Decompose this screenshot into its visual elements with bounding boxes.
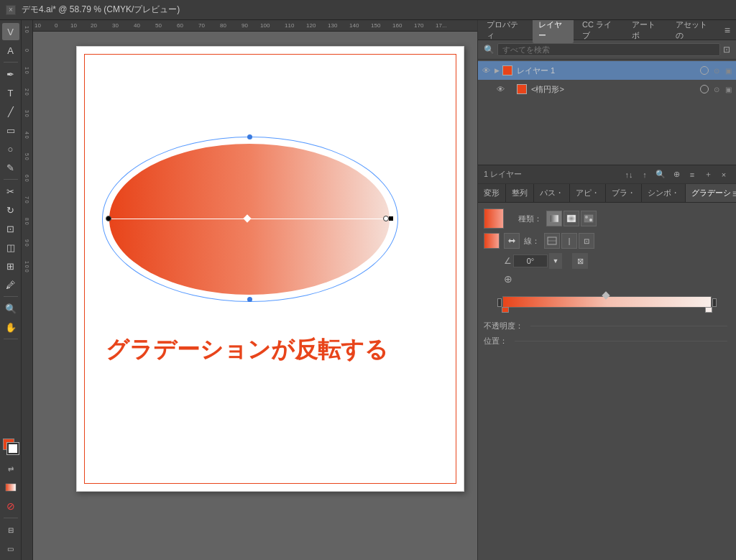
gradient-tool[interactable]: ◫ [2, 239, 19, 256]
gradient-fill-btn[interactable] [2, 479, 19, 496]
selection-handle-bottom[interactable] [247, 297, 252, 302]
layer-options-btn[interactable]: ≡ [686, 168, 699, 181]
layers-panel: 🔍 ⊡ 👁 ▶ レイヤー 1 ⊙ ▣ 👁 [478, 40, 736, 184]
delete-layer-btn[interactable]: × [717, 168, 730, 181]
bp-tab-gradient[interactable]: グラデーション [686, 184, 736, 202]
bp-tab-brush[interactable]: ブラ・ [606, 184, 642, 202]
gradient-swatch[interactable] [484, 208, 504, 229]
stroke-type-3[interactable]: ⊡ [579, 233, 594, 249]
scale-tool[interactable]: ⊡ [2, 220, 19, 237]
bp-tab-symbols[interactable]: シンボ・ [642, 184, 686, 202]
filter-icon[interactable]: ⊡ [723, 45, 730, 55]
gradient-midpoint-handle[interactable] [602, 291, 610, 299]
angle-dropdown-btn[interactable]: ▼ [549, 253, 562, 269]
layer-square-1[interactable]: ▣ [723, 65, 733, 75]
ruler-tick-v: 2 0 [23, 88, 31, 96]
angle-input[interactable] [513, 254, 548, 267]
gradient-stop-left[interactable] [502, 307, 509, 313]
ruler-tick: 30 [111, 22, 120, 29]
bp-tab-align[interactable]: 整列 [506, 184, 534, 202]
panel-tabs: プロパティ レイヤー CC ライブ アートボ アセットの ≡ [478, 20, 736, 40]
scissors-tool[interactable]: ✂ [2, 183, 19, 200]
layer-lock-1[interactable]: ⊙ [712, 65, 722, 75]
eyedropper-tool[interactable]: 🖉 [2, 276, 19, 293]
artboard-container[interactable]: グラデーションが反転する [33, 32, 477, 560]
close-button[interactable]: × [6, 5, 16, 15]
layer-expand-1[interactable]: ▶ [492, 66, 501, 75]
move-to-current-btn[interactable]: ↑ [638, 168, 651, 181]
ruler-tick-v: 1 0 [23, 67, 31, 74]
ellipse-tool[interactable]: ○ [2, 140, 19, 157]
draw-mode-btn[interactable]: ⊟ [2, 521, 19, 538]
layer-square-ellipse[interactable]: ▣ [723, 84, 733, 94]
new-layer-btn[interactable]: ＋ [702, 168, 714, 181]
mesh-tool[interactable]: ⊞ [2, 257, 19, 275]
layer-target-1[interactable] [700, 66, 709, 75]
layer-target-ellipse[interactable] [700, 85, 709, 93]
gradient-stop-right[interactable] [705, 307, 712, 313]
ruler-tick-v: 6 0 [23, 175, 31, 182]
layer-item-ellipse[interactable]: 👁 <楕円形> ⊙ ▣ [478, 80, 736, 98]
add-layer-btn[interactable]: ⊕ [670, 168, 683, 181]
ruler-tick: 170 [413, 22, 425, 29]
brush-tool[interactable]: ✎ [2, 159, 19, 176]
gradient-stroke-swatch[interactable] [484, 233, 500, 249]
stroke-type-2[interactable]: | [561, 233, 577, 249]
locate-object-btn[interactable]: 🔍 [654, 168, 667, 181]
ruler-tick: 120 [305, 22, 317, 29]
layer-visibility-toggle-1[interactable]: 👁 [481, 65, 491, 75]
gradient-track[interactable] [502, 296, 712, 308]
zoom-tool[interactable]: 🔍 [2, 300, 19, 317]
layer-expand-ellipse[interactable] [507, 85, 515, 93]
layer-visibility-ellipse[interactable]: 👁 [495, 84, 505, 94]
gradient-tool-line [106, 218, 393, 219]
linear-gradient-btn[interactable] [546, 211, 562, 226]
gradient-line-bar-2 [250, 219, 383, 219]
selection-tool[interactable]: V [2, 23, 19, 40]
direct-selection-tool[interactable]: A [2, 42, 19, 59]
gradient-handle-left[interactable] [106, 216, 111, 221]
pen-tool[interactable]: ✒ [2, 65, 19, 83]
title-bar: × デモ4.ai* @ 58.79 % (CMYK/プレビュー) [0, 0, 736, 20]
tab-properties[interactable]: プロパティ [481, 20, 530, 43]
layers-search-input[interactable] [497, 43, 720, 56]
tab-layers[interactable]: レイヤー [533, 20, 574, 43]
panel-menu-icon[interactable]: ≡ [722, 24, 733, 36]
aspect-ratio-btn[interactable]: ⊠ [572, 253, 588, 269]
tab-assets[interactable]: アセットの [670, 20, 719, 43]
tab-artboards[interactable]: アートボ [626, 20, 667, 43]
ruler-tick-v: 8 0 [23, 218, 31, 225]
layer-lock-ellipse[interactable]: ⊙ [712, 84, 722, 94]
radial-gradient-btn[interactable] [564, 211, 579, 226]
canvas-area[interactable]: 10 0 10 20 30 40 50 60 70 80 90 100 110 … [22, 20, 477, 560]
swap-colors-btn[interactable]: ⇄ [2, 460, 19, 477]
bp-tab-appearance[interactable]: アピ・ [570, 184, 606, 202]
screen-mode-btn[interactable]: ▭ [2, 540, 19, 557]
document-page: グラデーションが反転する [76, 46, 464, 492]
line-tool[interactable]: ╱ [2, 103, 19, 120]
bp-tab-pathfinder[interactable]: パス・ [534, 184, 570, 202]
layer-name-ellipse: <楕円形> [528, 84, 699, 95]
make-sublayer-btn[interactable]: ↑↓ [622, 168, 635, 181]
freeform-gradient-btn[interactable] [581, 211, 597, 226]
layer-item-1[interactable]: 👁 ▶ レイヤー 1 ⊙ ▣ [478, 61, 736, 80]
rect-tool[interactable]: ▭ [2, 121, 19, 139]
none-fill-btn[interactable]: ⊘ [2, 497, 19, 515]
gradient-line-bar [111, 219, 244, 219]
hand-tool[interactable]: ✋ [2, 318, 19, 336]
gradient-handle-right-sq[interactable] [389, 216, 393, 221]
ruler-tick: 140 [348, 22, 360, 29]
reverse-gradient-btn[interactable] [504, 233, 520, 249]
tab-cc-libraries[interactable]: CC ライブ [576, 20, 623, 43]
radial-gradient-icon [566, 214, 576, 224]
link-icon[interactable]: ⊕ [504, 273, 512, 285]
rotate-tool[interactable]: ↻ [2, 201, 19, 219]
selection-handle-top[interactable] [247, 134, 252, 139]
stroke-type-1[interactable] [544, 233, 560, 249]
transparency-divider [530, 326, 727, 326]
type-tool[interactable]: T [2, 84, 19, 101]
gradient-handle-right[interactable] [383, 216, 389, 221]
fill-stroke-colors[interactable] [3, 439, 19, 454]
bp-tab-transform[interactable]: 変形 [478, 184, 506, 202]
stroke-color[interactable] [7, 443, 19, 454]
